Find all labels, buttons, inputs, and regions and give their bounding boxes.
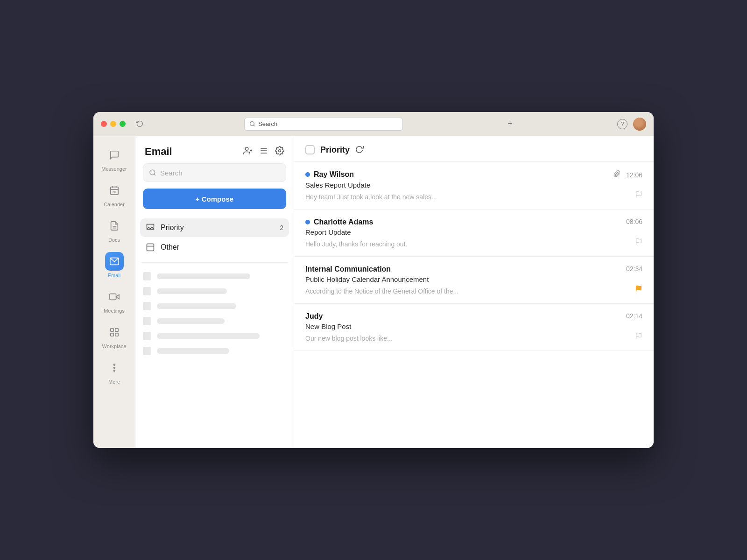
email-item-charlotte-adams[interactable]: Charlotte Adams 08:06 Report Update Hell… xyxy=(294,210,654,257)
folder-list: Priority 2 Other xyxy=(135,217,294,259)
close-button[interactable] xyxy=(101,121,107,127)
svg-point-18 xyxy=(113,370,115,371)
new-tab-button[interactable]: + xyxy=(504,119,516,129)
folder-divider xyxy=(141,262,288,263)
docs-icon-wrap xyxy=(105,217,124,235)
email-item-judy[interactable]: Judy 02:14 New Blog Post Our new blog po… xyxy=(294,304,654,351)
flag-icon-ray-wilson[interactable] xyxy=(635,191,642,201)
email-time-internal: 02:34 xyxy=(626,265,642,273)
email-item-header: Ray Wilson 12:06 xyxy=(305,170,642,179)
titlebar-search-label: Search xyxy=(258,120,277,127)
skeleton-bar-5 xyxy=(157,333,260,339)
titlebar-right: ? xyxy=(617,118,646,131)
sidebar-item-meetings-label: Meetings xyxy=(104,308,125,314)
skeleton-bar-3 xyxy=(157,303,236,309)
svg-rect-15 xyxy=(115,333,118,336)
meetings-icon-wrap xyxy=(105,287,124,306)
email-sender-charlotte-adams: Charlotte Adams xyxy=(305,218,373,226)
email-sender-internal: Internal Communication xyxy=(305,265,391,273)
email-subject-ray-wilson: Sales Report Update xyxy=(305,181,642,189)
help-button[interactable]: ? xyxy=(617,119,627,129)
email-header-icons: 12:06 xyxy=(613,170,642,179)
skeleton-send-icon xyxy=(143,302,151,310)
search-icon xyxy=(149,169,156,176)
sidebar-item-email[interactable]: Email xyxy=(93,247,135,283)
minimize-button[interactable] xyxy=(110,121,116,127)
email-sender-judy: Judy xyxy=(305,312,323,321)
email-panel: Email xyxy=(135,136,294,448)
flag-icon-internal[interactable] xyxy=(635,285,642,295)
svg-rect-14 xyxy=(110,333,113,336)
skeleton-row-4 xyxy=(143,317,286,325)
workplace-icon-wrap xyxy=(105,323,124,342)
email-item-header-3: Internal Communication 02:34 xyxy=(305,265,642,273)
contacts-icon[interactable] xyxy=(243,146,253,157)
email-time-charlotte-adams: 08:06 xyxy=(626,218,642,225)
email-item-footer-3: According to the Notice of the General O… xyxy=(305,285,642,295)
skeleton-flag-icon xyxy=(143,272,151,280)
compose-button[interactable]: + Compose xyxy=(143,189,286,209)
sidebar-item-messenger-label: Messenger xyxy=(101,166,127,172)
avatar[interactable] xyxy=(633,118,646,131)
email-item-footer-4: Our new blog post looks like... xyxy=(305,332,642,342)
svg-rect-28 xyxy=(147,244,154,251)
skeleton-items xyxy=(135,268,294,359)
sidebar-item-calender[interactable]: 26 Calender xyxy=(93,176,135,212)
app-window: Search + ? Messenger xyxy=(93,112,654,448)
sidebar-item-meetings[interactable]: Meetings xyxy=(93,283,135,318)
history-icon[interactable] xyxy=(136,119,143,129)
email-header-icons-4: 02:14 xyxy=(626,312,642,320)
svg-rect-11 xyxy=(109,294,116,300)
skeleton-bar-1 xyxy=(157,273,250,279)
sidebar-item-more-label: More xyxy=(108,379,120,385)
sidebar-item-workplace[interactable]: Workplace xyxy=(93,318,135,354)
sidebar-item-docs[interactable]: Docs xyxy=(93,212,135,247)
icon-sidebar: Messenger 26 Calender xyxy=(93,136,135,448)
email-item-ray-wilson[interactable]: Ray Wilson 12:06 Sales Report Update Hey… xyxy=(294,162,654,210)
avatar-image xyxy=(633,118,646,131)
titlebar: Search + ? xyxy=(93,112,654,136)
sidebar-item-more[interactable]: More xyxy=(93,354,135,389)
skeleton-doc-icon xyxy=(143,287,151,295)
search-input[interactable] xyxy=(160,169,280,177)
main-content: Messenger 26 Calender xyxy=(93,136,654,448)
skeleton-bar-4 xyxy=(157,318,225,324)
search-box[interactable] xyxy=(143,163,286,182)
traffic-lights xyxy=(101,121,126,127)
flag-icon-judy[interactable] xyxy=(635,332,642,342)
sidebar-item-messenger[interactable]: Messenger xyxy=(93,141,135,176)
titlebar-search[interactable]: Search xyxy=(244,118,403,131)
email-item-internal-communication[interactable]: Internal Communication 02:34 Public Holi… xyxy=(294,257,654,304)
flag-icon-charlotte-adams[interactable] xyxy=(635,238,642,248)
email-item-footer-2: Hello Judy, thanks for reaching out. xyxy=(305,238,642,248)
skeleton-trash-icon xyxy=(143,332,151,340)
messenger-icon-wrap xyxy=(105,146,124,164)
priority-icon xyxy=(146,223,155,232)
email-subject-charlotte-adams: Report Update xyxy=(305,228,642,236)
email-preview-judy: Our new blog post looks like... xyxy=(305,335,393,342)
more-icon-wrap xyxy=(105,358,124,377)
settings-icon[interactable] xyxy=(275,146,284,157)
priority-folder-badge: 2 xyxy=(280,224,283,231)
skeleton-info-icon xyxy=(143,347,151,355)
maximize-button[interactable] xyxy=(120,121,126,127)
attachment-icon xyxy=(613,170,620,179)
svg-point-17 xyxy=(113,367,115,369)
list-icon[interactable] xyxy=(259,146,268,157)
svg-text:26: 26 xyxy=(112,190,116,194)
email-panel-title: Email xyxy=(145,146,172,158)
svg-rect-12 xyxy=(110,329,113,331)
folder-item-priority[interactable]: Priority 2 xyxy=(140,218,289,237)
email-list-title: Priority xyxy=(320,145,350,155)
email-preview-internal: According to the Notice of the General O… xyxy=(305,287,458,295)
priority-folder-label: Priority xyxy=(161,224,274,232)
folder-item-other[interactable]: Other xyxy=(140,238,289,257)
calendar-icon-wrap: 26 xyxy=(105,181,124,200)
svg-point-0 xyxy=(250,122,254,126)
refresh-icon[interactable] xyxy=(355,145,364,155)
select-all-checkbox[interactable] xyxy=(305,145,315,154)
svg-line-1 xyxy=(254,125,254,126)
skeleton-row-6 xyxy=(143,347,286,355)
email-time-ray-wilson: 12:06 xyxy=(626,171,642,179)
email-item-header-4: Judy 02:14 xyxy=(305,312,642,321)
